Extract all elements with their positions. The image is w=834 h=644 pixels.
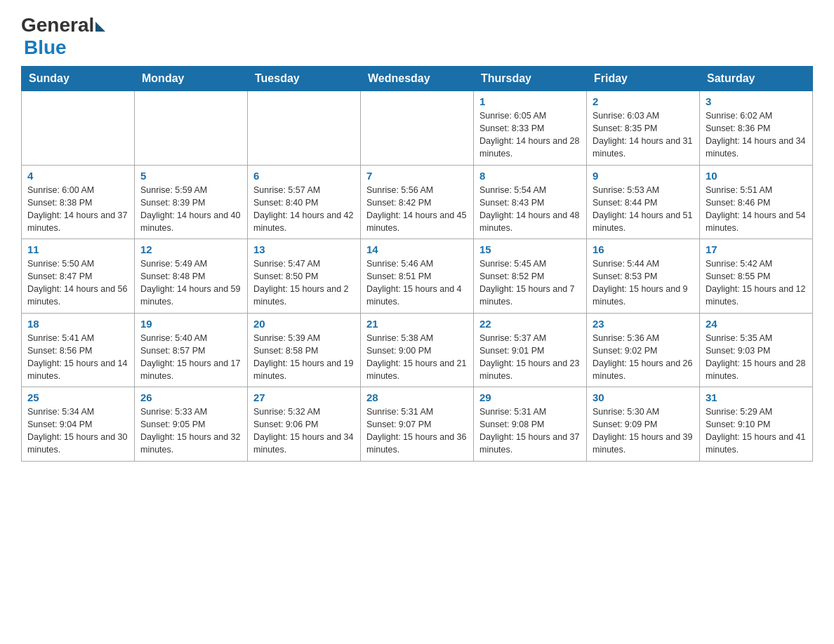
weekday-header-monday: Monday: [135, 67, 248, 91]
day-info: Sunrise: 5:45 AM Sunset: 8:52 PM Dayligh…: [479, 257, 581, 309]
day-number: 13: [253, 243, 355, 255]
day-number: 27: [253, 391, 355, 403]
calendar-cell: 9Sunrise: 5:53 AM Sunset: 8:44 PM Daylig…: [587, 165, 700, 239]
weekday-header-wednesday: Wednesday: [361, 67, 474, 91]
day-info: Sunrise: 5:41 AM Sunset: 8:56 PM Dayligh…: [27, 332, 128, 383]
calendar-cell: [22, 91, 135, 166]
calendar-cell: 19Sunrise: 5:40 AM Sunset: 8:57 PM Dayli…: [135, 313, 248, 387]
day-number: 26: [140, 391, 241, 403]
day-info: Sunrise: 5:38 AM Sunset: 9:00 PM Dayligh…: [366, 332, 468, 383]
calendar-cell: 3Sunrise: 6:02 AM Sunset: 8:36 PM Daylig…: [700, 91, 813, 166]
day-number: 9: [593, 170, 694, 182]
calendar-cell: 26Sunrise: 5:33 AM Sunset: 9:05 PM Dayli…: [135, 387, 248, 462]
day-info: Sunrise: 5:29 AM Sunset: 9:10 PM Dayligh…: [706, 405, 807, 457]
calendar-cell: 4Sunrise: 6:00 AM Sunset: 8:38 PM Daylig…: [22, 165, 135, 239]
day-info: Sunrise: 6:00 AM Sunset: 8:38 PM Dayligh…: [27, 184, 128, 235]
calendar-cell: 18Sunrise: 5:41 AM Sunset: 8:56 PM Dayli…: [22, 313, 135, 387]
calendar-cell: 17Sunrise: 5:42 AM Sunset: 8:55 PM Dayli…: [700, 239, 813, 314]
day-info: Sunrise: 6:05 AM Sunset: 8:33 PM Dayligh…: [479, 109, 581, 161]
day-number: 11: [27, 243, 128, 255]
calendar-week-row: 18Sunrise: 5:41 AM Sunset: 8:56 PM Dayli…: [22, 313, 813, 387]
logo-arrow-icon: [95, 22, 105, 32]
day-number: 16: [593, 243, 694, 255]
day-number: 12: [140, 243, 241, 255]
weekday-header-row: SundayMondayTuesdayWednesdayThursdayFrid…: [22, 67, 813, 91]
calendar-cell: 12Sunrise: 5:49 AM Sunset: 8:48 PM Dayli…: [135, 239, 248, 314]
calendar-week-row: 4Sunrise: 6:00 AM Sunset: 8:38 PM Daylig…: [22, 165, 813, 239]
calendar-cell: 14Sunrise: 5:46 AM Sunset: 8:51 PM Dayli…: [361, 239, 474, 314]
day-info: Sunrise: 5:42 AM Sunset: 8:55 PM Dayligh…: [706, 257, 807, 309]
calendar-cell: 28Sunrise: 5:31 AM Sunset: 9:07 PM Dayli…: [361, 387, 474, 462]
calendar-week-row: 11Sunrise: 5:50 AM Sunset: 8:47 PM Dayli…: [22, 239, 813, 314]
logo-general-text: General: [21, 14, 94, 36]
day-number: 23: [593, 318, 694, 330]
calendar-cell: [248, 91, 361, 166]
day-number: 10: [706, 170, 807, 182]
day-info: Sunrise: 5:30 AM Sunset: 9:09 PM Dayligh…: [593, 405, 694, 457]
day-info: Sunrise: 5:31 AM Sunset: 9:07 PM Dayligh…: [366, 405, 468, 457]
calendar-cell: 23Sunrise: 5:36 AM Sunset: 9:02 PM Dayli…: [587, 313, 700, 387]
day-number: 1: [479, 95, 581, 107]
day-info: Sunrise: 5:51 AM Sunset: 8:46 PM Dayligh…: [706, 184, 807, 235]
calendar-cell: [361, 91, 474, 166]
day-info: Sunrise: 5:39 AM Sunset: 8:58 PM Dayligh…: [253, 332, 355, 383]
day-info: Sunrise: 5:59 AM Sunset: 8:39 PM Dayligh…: [140, 184, 241, 235]
calendar-table: SundayMondayTuesdayWednesdayThursdayFrid…: [21, 66, 813, 462]
day-number: 3: [706, 95, 807, 107]
calendar-cell: 6Sunrise: 5:57 AM Sunset: 8:40 PM Daylig…: [248, 165, 361, 239]
day-number: 7: [366, 170, 468, 182]
day-number: 20: [253, 318, 355, 330]
calendar-cell: 13Sunrise: 5:47 AM Sunset: 8:50 PM Dayli…: [248, 239, 361, 314]
day-info: Sunrise: 5:44 AM Sunset: 8:53 PM Dayligh…: [593, 257, 694, 309]
day-number: 18: [27, 318, 128, 330]
day-number: 29: [479, 391, 581, 403]
calendar-cell: 20Sunrise: 5:39 AM Sunset: 8:58 PM Dayli…: [248, 313, 361, 387]
day-info: Sunrise: 5:57 AM Sunset: 8:40 PM Dayligh…: [253, 184, 355, 235]
day-info: Sunrise: 5:53 AM Sunset: 8:44 PM Dayligh…: [593, 184, 694, 235]
logo: General Blue: [21, 14, 105, 59]
day-number: 8: [479, 170, 581, 182]
day-info: Sunrise: 5:40 AM Sunset: 8:57 PM Dayligh…: [140, 332, 241, 383]
day-info: Sunrise: 5:34 AM Sunset: 9:04 PM Dayligh…: [27, 405, 128, 457]
day-info: Sunrise: 5:31 AM Sunset: 9:08 PM Dayligh…: [479, 405, 581, 457]
day-number: 5: [140, 170, 241, 182]
day-number: 6: [253, 170, 355, 182]
weekday-header-thursday: Thursday: [474, 67, 587, 91]
weekday-header-saturday: Saturday: [700, 67, 813, 91]
day-number: 31: [706, 391, 807, 403]
day-info: Sunrise: 5:49 AM Sunset: 8:48 PM Dayligh…: [140, 257, 241, 309]
day-number: 25: [27, 391, 128, 403]
day-number: 2: [593, 95, 694, 107]
calendar-week-row: 1Sunrise: 6:05 AM Sunset: 8:33 PM Daylig…: [22, 91, 813, 166]
day-info: Sunrise: 5:47 AM Sunset: 8:50 PM Dayligh…: [253, 257, 355, 309]
day-info: Sunrise: 5:50 AM Sunset: 8:47 PM Dayligh…: [27, 257, 128, 309]
day-info: Sunrise: 5:37 AM Sunset: 9:01 PM Dayligh…: [479, 332, 581, 383]
day-info: Sunrise: 5:35 AM Sunset: 9:03 PM Dayligh…: [706, 332, 807, 383]
day-number: 21: [366, 318, 468, 330]
header: General Blue: [21, 14, 813, 59]
calendar-cell: 16Sunrise: 5:44 AM Sunset: 8:53 PM Dayli…: [587, 239, 700, 314]
calendar-cell: 21Sunrise: 5:38 AM Sunset: 9:00 PM Dayli…: [361, 313, 474, 387]
day-number: 24: [706, 318, 807, 330]
calendar-cell: [135, 91, 248, 166]
day-info: Sunrise: 5:36 AM Sunset: 9:02 PM Dayligh…: [593, 332, 694, 383]
calendar-cell: 15Sunrise: 5:45 AM Sunset: 8:52 PM Dayli…: [474, 239, 587, 314]
day-info: Sunrise: 5:32 AM Sunset: 9:06 PM Dayligh…: [253, 405, 355, 457]
calendar-cell: 10Sunrise: 5:51 AM Sunset: 8:46 PM Dayli…: [700, 165, 813, 239]
calendar-cell: 30Sunrise: 5:30 AM Sunset: 9:09 PM Dayli…: [587, 387, 700, 462]
weekday-header-friday: Friday: [587, 67, 700, 91]
calendar-week-row: 25Sunrise: 5:34 AM Sunset: 9:04 PM Dayli…: [22, 387, 813, 462]
day-info: Sunrise: 5:56 AM Sunset: 8:42 PM Dayligh…: [366, 184, 468, 235]
calendar-cell: 11Sunrise: 5:50 AM Sunset: 8:47 PM Dayli…: [22, 239, 135, 314]
day-info: Sunrise: 5:46 AM Sunset: 8:51 PM Dayligh…: [366, 257, 468, 309]
calendar-cell: 8Sunrise: 5:54 AM Sunset: 8:43 PM Daylig…: [474, 165, 587, 239]
weekday-header-tuesday: Tuesday: [248, 67, 361, 91]
weekday-header-sunday: Sunday: [22, 67, 135, 91]
calendar-cell: 29Sunrise: 5:31 AM Sunset: 9:08 PM Dayli…: [474, 387, 587, 462]
day-info: Sunrise: 6:02 AM Sunset: 8:36 PM Dayligh…: [706, 109, 807, 161]
calendar-cell: 31Sunrise: 5:29 AM Sunset: 9:10 PM Dayli…: [700, 387, 813, 462]
calendar-cell: 1Sunrise: 6:05 AM Sunset: 8:33 PM Daylig…: [474, 91, 587, 166]
calendar-cell: 24Sunrise: 5:35 AM Sunset: 9:03 PM Dayli…: [700, 313, 813, 387]
day-number: 19: [140, 318, 241, 330]
day-number: 28: [366, 391, 468, 403]
